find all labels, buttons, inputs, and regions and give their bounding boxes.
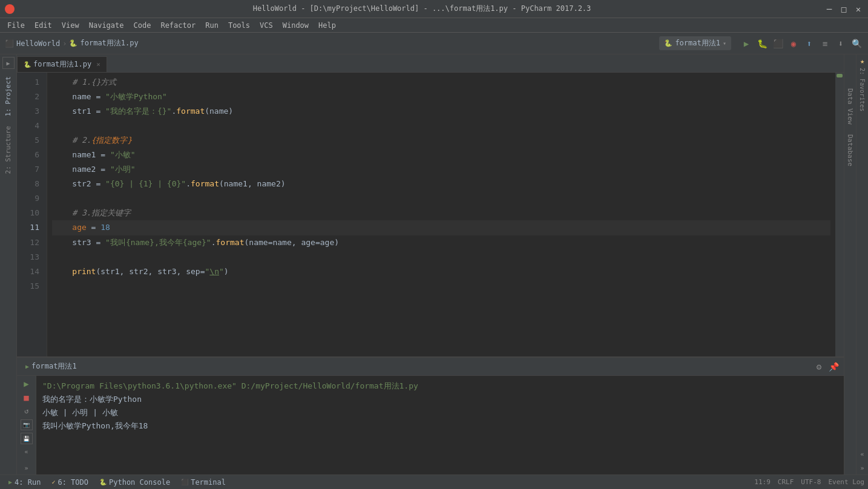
close-button[interactable]: ✕ bbox=[853, 4, 863, 14]
line-num-15: 15 bbox=[17, 279, 39, 294]
favorites-label[interactable]: 2: Favorites bbox=[858, 65, 867, 114]
minimize-button[interactable]: ─ bbox=[824, 4, 834, 14]
right-tab-database[interactable]: Database bbox=[845, 131, 855, 170]
bottom-tab-run[interactable]: ▶ 4: Run bbox=[4, 477, 45, 488]
sidebar-item-project[interactable]: 1: Project bbox=[2, 71, 15, 121]
code-line-6: name1 = "小敏" bbox=[52, 148, 830, 162]
run-tab-label: format用法1 bbox=[31, 361, 77, 372]
code-editor: 1 2 3 4 5 6 7 8 9 10 11 12 13 14 15 bbox=[17, 73, 844, 356]
menu-bar: File Edit View Navigate Code Refactor Ru… bbox=[0, 18, 868, 33]
code-line-1: # 1.{}方式 bbox=[52, 75, 830, 90]
line-num-8: 8 bbox=[17, 177, 39, 191]
code-line-8: str2 = "{0} | {1} | {0}".format(name1, n… bbox=[52, 177, 830, 191]
line-num-12: 12 bbox=[17, 235, 39, 250]
code-line-9 bbox=[52, 191, 830, 206]
run-panel: ▶ format用法1 ⚙ 📌 ▶ ■ ↺ 📷 💾 bbox=[17, 356, 844, 474]
bottom-tab-todo[interactable]: ✓ 6: TODO bbox=[47, 477, 93, 488]
code-line-12: str3 = "我叫{name},我今年{age}".format(name=n… bbox=[52, 235, 830, 250]
file-icon: 🐍 bbox=[69, 39, 77, 47]
tab-close-button[interactable]: × bbox=[96, 61, 100, 68]
bottom-tab-terminal[interactable]: ⬛ Terminal bbox=[176, 477, 231, 488]
line-num-6: 6 bbox=[17, 148, 39, 162]
code-content[interactable]: # 1.{}方式 name = "小敏学Python" str1 = "我的名字… bbox=[47, 73, 835, 356]
editor-scrollbar[interactable] bbox=[835, 73, 844, 356]
pin-icon[interactable]: 📌 bbox=[828, 361, 839, 372]
sidebar-item-structure[interactable]: 2: Structure bbox=[2, 121, 15, 179]
menu-refactor[interactable]: Refactor bbox=[156, 20, 200, 31]
bottom-run-label: 4: Run bbox=[15, 478, 41, 487]
editor-tab-format[interactable]: 🐍 format用法1.py × bbox=[17, 56, 107, 72]
commit-button[interactable]: ≡ bbox=[818, 37, 832, 50]
menu-vcs[interactable]: VCS bbox=[255, 20, 278, 31]
run-tab-format[interactable]: ▶ format用法1 bbox=[22, 359, 81, 374]
line-num-5: 5 bbox=[17, 133, 39, 148]
line-ending: CRLF bbox=[778, 478, 794, 486]
favorites-less-button[interactable]: » bbox=[860, 463, 864, 474]
favorites-star[interactable]: ★ bbox=[860, 57, 864, 65]
run-output: "D:\Program Files\python3.6.1\python.exe… bbox=[36, 376, 844, 474]
vcs-button[interactable]: ⬆ bbox=[803, 37, 816, 50]
code-comment-1: # 1.{}方式 bbox=[53, 75, 116, 90]
code-line-13 bbox=[52, 250, 830, 264]
event-log[interactable]: Event Log bbox=[828, 478, 864, 486]
run-play-button[interactable]: ▶ bbox=[21, 378, 33, 390]
run-panel-toolbar: ⚙ 📌 bbox=[814, 361, 839, 372]
run-rerun-button[interactable]: ↺ bbox=[21, 405, 33, 417]
output-line-4: 我叫小敏学Python,我今年18 bbox=[42, 419, 838, 433]
breadcrumb-project[interactable]: HelloWorld bbox=[16, 39, 60, 48]
run-collapse-button[interactable]: » bbox=[24, 463, 28, 474]
favorites-bar: ★ 2: Favorites « » bbox=[856, 54, 868, 474]
scroll-indicator bbox=[837, 74, 843, 77]
editor-area: 🐍 format用法1.py × 1 2 3 4 5 6 7 8 9 10 bbox=[17, 54, 844, 474]
run-sidebar: ▶ ■ ↺ 📷 💾 « » bbox=[17, 376, 36, 474]
expand-icon: « bbox=[24, 448, 28, 455]
project-icon: ⬛ bbox=[5, 39, 14, 48]
coverage-button[interactable]: ⬛ bbox=[771, 37, 784, 50]
line-num-13: 13 bbox=[17, 250, 39, 264]
right-panel: Data View Database bbox=[844, 54, 856, 474]
line-num-11: 11 bbox=[17, 220, 39, 235]
profile-button[interactable]: ◉ bbox=[787, 37, 800, 50]
window-controls[interactable]: ─ □ ✕ bbox=[824, 4, 863, 14]
menu-help[interactable]: Help bbox=[314, 20, 341, 31]
run-config-dropdown-icon: ▾ bbox=[723, 40, 726, 47]
menu-navigate[interactable]: Navigate bbox=[84, 20, 129, 31]
update-button[interactable]: ⬇ bbox=[834, 37, 847, 50]
settings-icon[interactable]: ⚙ bbox=[814, 361, 824, 372]
tab-bar: 🐍 format用法1.py × bbox=[17, 54, 844, 73]
bottom-tab-python-console[interactable]: 🐍 Python Console bbox=[94, 477, 175, 488]
run-save-button[interactable]: 💾 bbox=[21, 433, 33, 444]
toggle-icon: ▶ bbox=[6, 60, 10, 67]
maximize-button[interactable]: □ bbox=[839, 4, 849, 14]
encoding: UTF-8 bbox=[801, 478, 821, 486]
menu-view[interactable]: View bbox=[57, 20, 84, 31]
run-config-selector[interactable]: 🐍 format用法1 ▾ bbox=[659, 36, 731, 50]
menu-tools[interactable]: Tools bbox=[223, 20, 255, 31]
debug-button[interactable]: 🐛 bbox=[755, 37, 769, 50]
menu-code[interactable]: Code bbox=[129, 20, 156, 31]
line-num-7: 7 bbox=[17, 162, 39, 177]
left-panel-toggle[interactable]: ▶ bbox=[2, 57, 15, 69]
menu-file[interactable]: File bbox=[2, 20, 30, 31]
breadcrumb-file[interactable]: format用法1.py bbox=[80, 38, 138, 48]
status-bar: 11:9 CRLF UTF-8 Event Log bbox=[754, 478, 864, 486]
run-stop-button[interactable]: ■ bbox=[21, 392, 33, 404]
run-snapshot-button[interactable]: 📷 bbox=[21, 419, 33, 431]
run-panel-content: ▶ ■ ↺ 📷 💾 « » bbox=[17, 376, 844, 474]
code-age-keyword: age bbox=[72, 220, 86, 235]
run-expand-button[interactable]: « bbox=[24, 447, 28, 461]
search-button[interactable]: 🔍 bbox=[850, 37, 863, 50]
code-line-14: print(str1, str2, str3, sep="\n") bbox=[52, 264, 830, 279]
right-tab-dataview[interactable]: Data View bbox=[845, 85, 855, 128]
app-icon bbox=[5, 4, 15, 14]
menu-edit[interactable]: Edit bbox=[30, 20, 57, 31]
tab-filename: format用法1.py bbox=[33, 59, 91, 70]
favorites-more-button[interactable]: « bbox=[860, 449, 864, 463]
tab-file-icon: 🐍 bbox=[24, 61, 31, 68]
run-button[interactable]: ▶ bbox=[740, 37, 753, 50]
menu-run[interactable]: Run bbox=[200, 20, 223, 31]
title-bar: HelloWorld - [D:\myProject\HelloWorld] -… bbox=[0, 0, 868, 18]
code-line-4 bbox=[52, 119, 830, 133]
more-icon: « bbox=[860, 451, 864, 458]
menu-window[interactable]: Window bbox=[278, 20, 314, 31]
